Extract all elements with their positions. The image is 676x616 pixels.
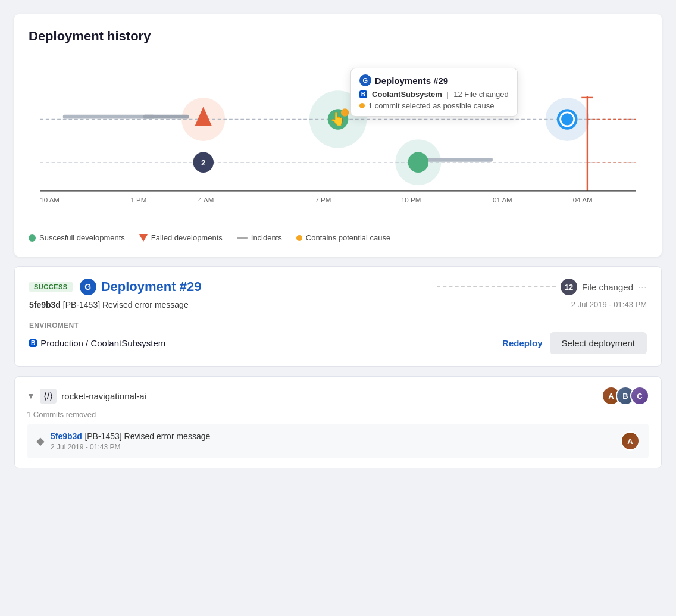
repo-name: rocket-navigational-ai: [61, 391, 146, 401]
tooltip-title-text: Deployments #29: [375, 76, 448, 86]
legend-failed-label: Failed developments: [151, 233, 223, 242]
deployment-detail-card: SUCCESS G Deployment #29 12 File changed…: [14, 266, 662, 367]
tooltip-service-icon: G: [359, 74, 371, 86]
time-label-6: 04 AM: [573, 196, 593, 204]
legend-cause-label: Contains potential cause: [306, 233, 390, 242]
deployment-header: SUCCESS G Deployment #29 12 File changed…: [29, 279, 647, 295]
avatar-3: C: [630, 386, 649, 405]
commit-item-avatar: A: [621, 431, 640, 451]
time-label-2: 4 AM: [198, 196, 214, 204]
incident-bar-1: [63, 115, 155, 119]
env-value-text: Production / CoolantSubsystem: [40, 338, 165, 348]
repo-header: ▼ ⟨/⟩ rocket-navigational-ai A B C: [27, 386, 649, 405]
env-label: Enviroment: [29, 321, 647, 330]
deployment-meta-right: 12 File changed ···: [437, 279, 647, 295]
tooltip-files-changed: 12 File changed: [453, 90, 509, 99]
legend-incidents-line: [237, 237, 248, 239]
deployment-tooltip: G Deployments #29 B CoolantSubsystem | 1…: [350, 68, 518, 117]
deployment-title: G Deployment #29: [80, 279, 202, 295]
legend-orange-dot: [296, 235, 302, 241]
collapse-icon[interactable]: ▼: [27, 391, 35, 401]
commits-removed-label: 1 Commits removed: [27, 410, 649, 419]
dashed-spacer: [437, 286, 556, 287]
commit-item: ◆ 5fe9b3d [PB-1453] Revised error messag…: [27, 424, 649, 458]
legend-successful-label: Suscesfull developments: [39, 233, 125, 242]
legend-potential-cause: Contains potential cause: [296, 233, 390, 242]
success-circle-2: [408, 152, 428, 173]
time-label-5: 01 AM: [493, 196, 512, 204]
legend-incidents-label: Incidents: [251, 233, 282, 242]
tooltip-service-row: B CoolantSubsystem | 12 File changed: [359, 90, 509, 99]
legend-success-dot: [29, 234, 36, 242]
commit-message: [PB-1453] Revised error message: [63, 300, 189, 309]
time-label-4: 10 PM: [401, 196, 421, 204]
file-changed-label: File changed: [582, 282, 633, 292]
legend-successful: Suscesfull developments: [29, 233, 125, 242]
legend-incidents: Incidents: [237, 233, 282, 242]
page-title: Deployment history: [29, 29, 647, 44]
commit-item-date: 2 Jul 2019 - 01:43 PM: [51, 443, 210, 451]
bitbucket-env-icon: B: [29, 339, 37, 347]
commit-item-content: 5fe9b3d [PB-1453] Revised error message …: [51, 431, 210, 451]
chart-svg: 👆 2 10 AM 1 PM 4 AM 7 PM 10 PM 01 AM: [29, 56, 647, 229]
chart-container: G Deployments #29 B CoolantSubsystem | 1…: [29, 56, 647, 229]
chart-legend: Suscesfull developments Failed developme…: [29, 233, 647, 242]
env-section: Enviroment B Production / CoolantSubsyst…: [29, 321, 647, 354]
tooltip-service-name: CoolantSubsystem: [372, 90, 442, 99]
bitbucket-icon: B: [359, 90, 367, 98]
env-actions: Redeploy Select deployment: [502, 332, 647, 354]
orange-dot-icon: [359, 103, 365, 108]
env-row: B Production / CoolantSubsystem Redeploy…: [29, 332, 647, 354]
deployment-date: 2 Jul 2019 - 01:43 PM: [571, 300, 647, 309]
select-deployment-button[interactable]: Select deployment: [550, 332, 647, 354]
deployment-title-text: Deployment #29: [101, 279, 202, 295]
repo-section: ▼ ⟨/⟩ rocket-navigational-ai A B C 1 Com…: [14, 376, 662, 468]
legend-failed: Failed developments: [139, 233, 223, 242]
incident-bar-2: [143, 115, 189, 119]
commit-line: 5fe9b3d [PB-1453] Revised error message …: [29, 300, 647, 309]
legend-failed-triangle: [139, 234, 148, 242]
cursor-icon: 👆: [330, 111, 346, 127]
time-label-1: 1 PM: [130, 196, 146, 204]
incident-bar-3: [418, 158, 493, 162]
tooltip-title: G Deployments #29: [359, 74, 509, 86]
commit-hash: 5fe9b3d: [29, 300, 61, 309]
tooltip-cause-row: 1 commit selected as possible cause: [359, 101, 509, 110]
tooltip-cause-text: 1 commit selected as possible cause: [368, 101, 495, 110]
commit-dot-icon: ◆: [36, 434, 45, 448]
time-label-0: 10 AM: [40, 196, 60, 204]
time-label-3: 7 PM: [315, 196, 331, 204]
ellipsis-icon: ···: [638, 281, 647, 293]
status-badge: SUCCESS: [29, 282, 73, 292]
commit-item-msg: [PB-1453] Revised error message: [84, 431, 210, 441]
deployment-history-card: Deployment history G Deployments #29 B C…: [14, 14, 662, 257]
repo-avatars: A B C: [606, 386, 649, 405]
env-value: B Production / CoolantSubsystem: [29, 338, 165, 348]
page-container: Deployment history G Deployments #29 B C…: [14, 14, 662, 468]
commit-item-line: 5fe9b3d [PB-1453] Revised error message: [51, 431, 210, 442]
redeploy-button[interactable]: Redeploy: [502, 338, 543, 348]
number-badge-text: 2: [201, 158, 206, 167]
repo-code-icon: ⟨/⟩: [40, 389, 57, 404]
file-count-badge: 12: [561, 279, 577, 295]
commit-item-hash: 5fe9b3d: [51, 431, 82, 441]
deployment-service-icon: G: [80, 279, 96, 295]
commit-avatar: A: [621, 431, 640, 451]
